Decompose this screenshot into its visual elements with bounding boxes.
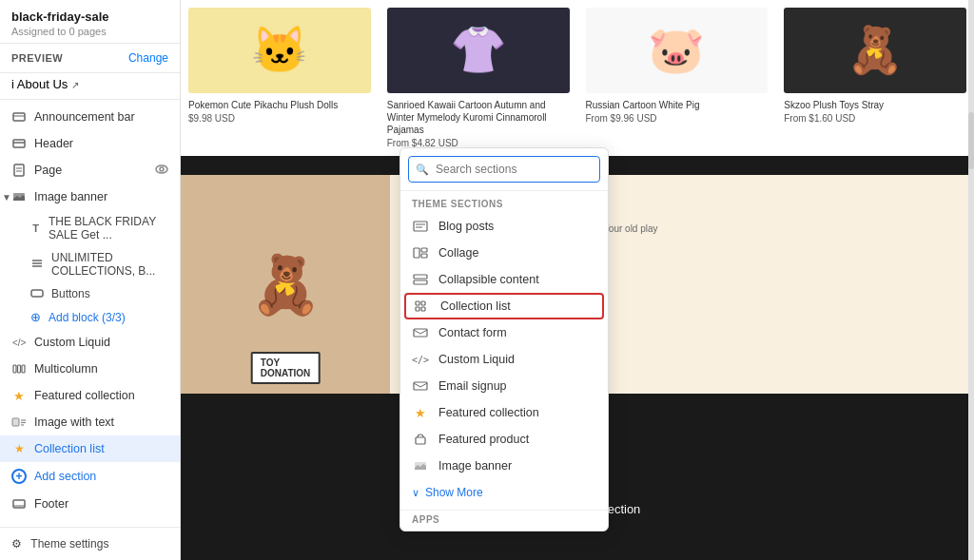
email-signup-icon	[412, 379, 429, 393]
sidebar-header: black-friday-sale Assigned to 0 pages	[0, 0, 180, 44]
theme-settings-icon: ⚙	[11, 537, 22, 550]
sidebar-item-page[interactable]: Page	[0, 157, 180, 183]
sidebar-item-footer[interactable]: Footer	[0, 491, 180, 517]
sidebar-item-announcement-bar[interactable]: Announcement bar	[0, 104, 180, 130]
sidebar-item-multicolumn[interactable]: Multicolumn	[0, 356, 180, 382]
dropdown-item-email-signup[interactable]: Email signup	[400, 373, 608, 399]
lines-icon	[30, 258, 44, 271]
image-banner-d-icon	[412, 459, 429, 473]
announcement-icon	[11, 109, 27, 125]
dropdown-item-label: Contact form	[438, 326, 507, 339]
theme-sections-label: THEME SECTIONS	[400, 191, 608, 213]
page-visibility-icon[interactable]	[155, 164, 168, 176]
sub-item-label: THE BLACK FRIDAY SALE Get ...	[49, 215, 168, 241]
dropdown-item-image-banner[interactable]: Image banner	[400, 453, 608, 479]
product-name-3: Russian Cartoon White Pig	[586, 99, 769, 111]
svg-rect-39	[416, 437, 425, 444]
chevron-down-icon: ▼	[2, 192, 11, 203]
sidebar-item-header[interactable]: Header	[0, 130, 180, 157]
theme-name: black-friday-sale	[11, 10, 168, 24]
image-with-text-icon	[11, 415, 27, 430]
add-section-item[interactable]: + Add section	[0, 462, 180, 491]
svg-rect-25	[414, 222, 427, 231]
svg-rect-16	[13, 365, 16, 373]
show-more-label: Show More	[425, 486, 483, 499]
apps-section-label: APPS	[400, 510, 608, 531]
search-sections-input[interactable]	[408, 156, 600, 183]
dropdown-item-collapsible[interactable]: Collapsible content	[400, 266, 608, 293]
dropdown-item-collection-list[interactable]: Collection list	[404, 293, 604, 319]
sidebar-item-custom-liquid[interactable]: </> Custom Liquid	[0, 329, 180, 356]
scrollbar-thumb[interactable]	[968, 112, 974, 169]
sub-item-label: Add block (3/3)	[49, 311, 126, 324]
add-section-label: Add section	[34, 470, 96, 483]
dropdown-item-label: Blog posts	[438, 220, 494, 233]
sidebar: black-friday-sale Assigned to 0 pages PR…	[0, 0, 181, 560]
svg-rect-38	[414, 382, 427, 390]
dropdown-item-collage[interactable]: Collage	[400, 240, 608, 266]
product-card-3: 🐷 Russian Cartoon White Pig From $9.96 U…	[578, 0, 776, 156]
sidebar-sub-item-add-block[interactable]: ⊕ Add block (3/3)	[0, 305, 180, 329]
product-card-4: 🧸 Skzoo Plush Toys Stray From $1.60 USD	[776, 0, 974, 156]
main-preview: 🐱 Pokemon Cute Pikachu Plush Dolls $9.98…	[181, 0, 974, 560]
dropdown-item-label: Email signup	[438, 379, 507, 393]
show-more-button[interactable]: ∨ Show More	[400, 479, 608, 506]
sidebar-item-label: Custom Liquid	[34, 336, 168, 349]
sidebar-item-image-banner[interactable]: ▼ Image banner	[0, 183, 180, 210]
svg-rect-28	[414, 248, 419, 258]
sidebar-item-label: Announcement bar	[34, 110, 168, 124]
dropdown-item-custom-liquid[interactable]: </> Custom Liquid	[400, 346, 608, 373]
multicolumn-icon	[11, 361, 27, 377]
product-image-4: 🧸	[784, 8, 966, 93]
footer-icon	[11, 496, 27, 512]
svg-rect-32	[414, 280, 427, 284]
svg-rect-14	[31, 290, 43, 297]
preview-bar: PREVIEW Change	[0, 44, 180, 73]
svg-rect-23	[13, 500, 25, 508]
sidebar-sub-item-buttons[interactable]: Buttons	[0, 282, 180, 305]
header-icon	[11, 136, 27, 151]
svg-point-7	[156, 165, 167, 173]
plus-circle-icon: ⊕	[30, 310, 41, 324]
sidebar-item-label: Image with text	[34, 415, 168, 429]
about-us-preview[interactable]: i About Us ↗	[11, 77, 79, 91]
image-banner-icon	[11, 189, 27, 204]
svg-rect-4	[14, 164, 24, 176]
svg-rect-30	[421, 254, 427, 258]
svg-rect-29	[421, 248, 427, 252]
sidebar-item-label: Collection list	[34, 442, 168, 455]
assigned-pages: Assigned to 0 pages	[11, 26, 168, 37]
dropdown-item-blog-posts[interactable]: Blog posts	[400, 213, 608, 240]
svg-rect-36	[421, 307, 425, 311]
svg-rect-18	[22, 365, 25, 373]
sidebar-sub-item-collections[interactable]: UNLIMITED COLLECTIONS, B...	[0, 246, 180, 282]
chevron-down-icon: ∨	[412, 487, 419, 499]
dropdown-item-contact-form[interactable]: Contact form	[400, 319, 608, 346]
scrollbar-track[interactable]	[968, 0, 974, 560]
collage-icon	[412, 246, 429, 260]
collapsible-icon	[412, 273, 429, 286]
dropdown-item-featured-collection[interactable]: ★ Featured collection	[400, 399, 608, 426]
sub-item-label: UNLIMITED COLLECTIONS, B...	[51, 251, 168, 278]
external-link-icon: ↗	[71, 80, 79, 90]
theme-settings[interactable]: ⚙ Theme settings	[0, 527, 180, 560]
sidebar-item-collection-list[interactable]: ★ Collection list	[0, 435, 180, 462]
sidebar-sub-item-sale-text[interactable]: T THE BLACK FRIDAY SALE Get ...	[0, 210, 180, 246]
dropdown-item-label: Collapsible content	[438, 273, 539, 286]
plus-circle-icon: +	[11, 469, 27, 484]
sidebar-item-footer-label: Footer	[34, 497, 168, 511]
featured-product-icon	[412, 433, 429, 446]
product-card-2: 👚 Sanrioed Kawaii Cartoon Autumn and Win…	[380, 0, 577, 156]
sidebar-item-label: Featured collection	[34, 389, 168, 402]
svg-rect-35	[416, 307, 419, 311]
sidebar-item-featured-collection[interactable]: ★ Featured collection	[0, 382, 180, 409]
bottom-bar	[181, 531, 974, 560]
dropdown-item-label: Collage	[438, 246, 478, 260]
dropdown-item-featured-product[interactable]: Featured product	[400, 426, 608, 453]
change-link[interactable]: Change	[128, 51, 168, 65]
product-image-2: 👚	[387, 8, 570, 93]
svg-rect-2	[13, 140, 25, 147]
product-name-1: Pokemon Cute Pikachu Plush Dolls	[188, 99, 371, 111]
custom-liquid-icon: </>	[11, 335, 27, 350]
sidebar-item-image-with-text[interactable]: Image with text	[0, 409, 180, 435]
